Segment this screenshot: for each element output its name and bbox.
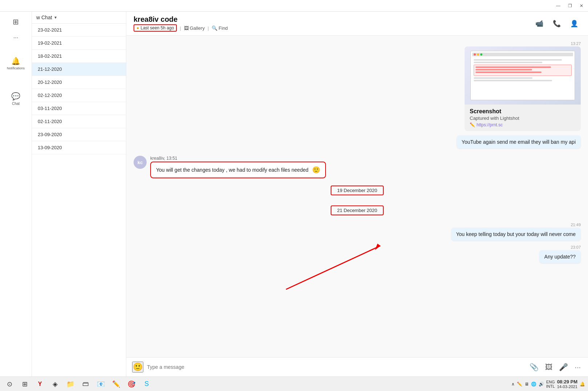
taskbar-notification-bell[interactable]: 🔔 xyxy=(580,382,585,387)
youtube-bubble: YouTube again send me email they will ba… xyxy=(457,135,581,148)
link-icon: ✏️ xyxy=(470,122,475,127)
link-url: https://prnt.sc xyxy=(477,122,503,127)
msg-sender-1: krea8iv, 13:51 xyxy=(150,156,326,161)
chat-list-item[interactable]: 23-02-2021 xyxy=(32,24,126,37)
chat-list-item[interactable]: 20-12-2020 xyxy=(32,76,126,89)
chat-header: krea8iv code ● Last seen 5h ago | 🖼 Gall… xyxy=(126,12,588,36)
taskbar-browser[interactable]: ◈ xyxy=(49,378,62,391)
taskbar-start[interactable]: ⊙ xyxy=(3,378,16,391)
msg-time-3: 23:07 xyxy=(571,245,581,249)
sidebar-chat[interactable]: 💬 Chat xyxy=(1,89,30,109)
title-bar: — ❐ ✕ xyxy=(0,0,588,12)
chat-date-list: 23-02-202119-02-202118-02-202121-12-2020… xyxy=(32,24,126,154)
chat-label: Chat xyxy=(12,102,20,106)
taskbar-store[interactable]: 🗃 xyxy=(79,378,92,391)
chat-list-item[interactable]: 02-12-2020 xyxy=(32,89,126,102)
sidebar-notifications[interactable]: 🔔 Notifications xyxy=(1,54,30,73)
taskbar-y[interactable]: Y xyxy=(33,378,46,391)
msg-bubble-wrap-1: krea8iv, 13:51 You will get the changes … xyxy=(150,156,326,178)
taskbar-right: ∧ ✏️ 🖥 🌐 🔊 ENG INTL 08:29 PM 14-03-2021 … xyxy=(511,379,585,389)
date-sep-label-1: 19 December 2020 xyxy=(331,186,384,195)
screenshot-preview xyxy=(470,51,575,100)
taskbar-screen-icon: 🖥 xyxy=(524,382,529,387)
last-seen-text: Last seen 5h ago xyxy=(140,25,174,30)
status-dot: ● xyxy=(136,25,139,30)
msg-time-screenshot: 13:27 xyxy=(571,41,581,46)
gallery-label: Gallery xyxy=(190,25,205,31)
chat-list-item[interactable]: 02-11-2020 xyxy=(32,115,126,128)
taskbar-network-icon: 🌐 xyxy=(531,382,536,387)
chat-dropdown-arrow[interactable]: ▾ xyxy=(54,15,57,20)
add-person-button[interactable]: 👤 xyxy=(568,17,581,30)
attach-file-button[interactable]: 📎 xyxy=(528,361,540,373)
chat-list-item[interactable]: 03-11-2020 xyxy=(32,102,126,115)
more-options-button[interactable]: ··· xyxy=(573,362,582,373)
chat-list-item[interactable]: 18-02-2021 xyxy=(32,50,126,63)
taskbar-grid[interactable]: ⊞ xyxy=(18,378,31,391)
chat-list-item[interactable]: 19-02-2021 xyxy=(32,37,126,50)
last-seen-badge: ● Last seen 5h ago xyxy=(134,24,177,32)
chat-list-item[interactable]: 21-12-2020 xyxy=(32,63,126,76)
message-input-bar: 🙂 📎 🖼 🎤 ··· xyxy=(126,357,588,376)
taskbar-skype[interactable]: S xyxy=(140,378,153,391)
close-button[interactable]: ✕ xyxy=(578,3,585,8)
video-call-button[interactable]: 📹 xyxy=(533,17,546,30)
chat-list-header: w Chat ▾ xyxy=(32,12,126,24)
chat-list-item[interactable]: 13-09-2020 xyxy=(32,141,126,154)
maximize-button[interactable]: ❐ xyxy=(566,3,573,8)
chat-header-left: krea8iv code ● Last seen 5h ago | 🖼 Gall… xyxy=(134,15,228,32)
sidebar-more-icon[interactable]: ··· xyxy=(1,32,30,45)
message-input[interactable] xyxy=(147,364,524,370)
taskbar: ⊙ ⊞ Y ◈ 📁 🗃 📧 ✏️ 🎯 S ∧ ✏️ 🖥 🌐 🔊 ENG INTL… xyxy=(0,376,588,391)
date-separator-2: 21 December 2020 xyxy=(134,205,581,215)
taskbar-folder[interactable]: 📁 xyxy=(64,378,77,391)
line-4 xyxy=(475,69,532,70)
taskbar-target[interactable]: 🎯 xyxy=(125,378,138,391)
dot-green xyxy=(480,53,482,56)
taskbar-volume-icon: 🔊 xyxy=(539,382,544,387)
date-separator-1: 19 December 2020 xyxy=(134,186,581,195)
image-attach-button[interactable]: 🖼 xyxy=(544,362,554,373)
msg-bubble-3: Any update?? xyxy=(539,250,581,263)
msg-text-1: You will get the changes today , we had … xyxy=(156,167,309,173)
gallery-action[interactable]: 🖼 Gallery xyxy=(184,25,205,31)
screenshot-bar xyxy=(472,53,573,56)
find-icon: 🔍 xyxy=(212,25,217,31)
chat-icon: 💬 xyxy=(11,92,20,101)
line-1 xyxy=(474,59,562,61)
emoji-reaction-icon[interactable]: 🙂 xyxy=(312,166,320,174)
sidebar-icons: ⊞ ··· 🔔 Notifications 💬 Chat xyxy=(0,12,32,376)
emoji-button[interactable]: 🙂 xyxy=(132,362,143,372)
line-2 xyxy=(474,62,542,63)
taskbar-clock[interactable]: 08:29 PM 14-03-2021 xyxy=(557,379,577,389)
chat-list-item[interactable]: 23-09-2020 xyxy=(32,128,126,141)
bell-icon: 🔔 xyxy=(11,57,20,65)
phone-call-button[interactable]: 📞 xyxy=(550,17,563,30)
messages-area: 13:27 xyxy=(126,36,588,357)
screenshot-title: Screenshot xyxy=(470,108,576,115)
message-incoming-1: kc krea8iv, 13:51 You will get the chang… xyxy=(134,156,581,178)
sidebar-grid-icon[interactable]: ⊞ xyxy=(1,15,30,30)
chat-title: krea8iv code xyxy=(134,15,228,24)
message-screenshot: 13:27 xyxy=(134,41,581,131)
taskbar-locale: ENG INTL xyxy=(546,380,555,388)
taskbar-time: 08:29 PM xyxy=(557,379,577,384)
msg-time-2: 21:49 xyxy=(571,223,581,227)
mic-button[interactable]: 🎤 xyxy=(558,361,569,373)
highlight-block xyxy=(474,65,572,76)
chat-header-actions: 📹 📞 👤 xyxy=(533,17,581,30)
find-action[interactable]: 🔍 Find xyxy=(212,25,228,31)
line-5 xyxy=(475,72,542,73)
taskbar-chevron-up[interactable]: ∧ xyxy=(511,382,515,387)
taskbar-pen[interactable]: ✏️ xyxy=(110,378,123,391)
msg-text-2: You keep telling today but your today wi… xyxy=(456,231,576,237)
minimize-button[interactable]: — xyxy=(555,3,562,8)
msg-text-3: Any update?? xyxy=(544,254,576,260)
screenshot-sub: Captured with Lightshot xyxy=(470,115,576,121)
line-6 xyxy=(474,77,532,79)
msg-bubble-2: You keep telling today but your today wi… xyxy=(451,228,581,241)
grid-icon: ⊞ xyxy=(13,17,19,26)
screenshot-card: Screenshot Captured with Lightshot ✏️ ht… xyxy=(465,46,581,131)
screenshot-link[interactable]: ✏️ https://prnt.sc xyxy=(470,122,576,127)
taskbar-mail[interactable]: 📧 xyxy=(94,378,107,391)
